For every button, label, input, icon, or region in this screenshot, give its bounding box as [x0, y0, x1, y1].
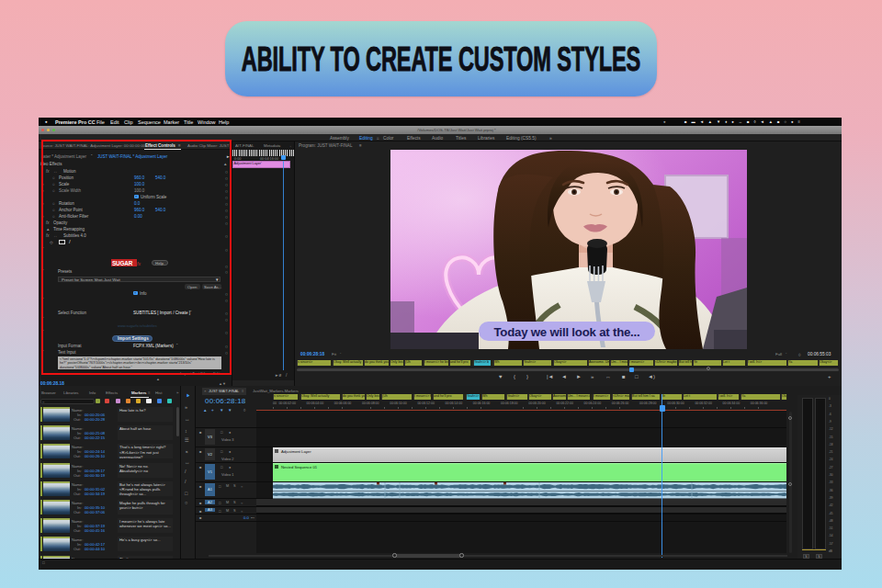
svg-text:Today we will look at the...: Today we will look at the...: [493, 325, 639, 339]
